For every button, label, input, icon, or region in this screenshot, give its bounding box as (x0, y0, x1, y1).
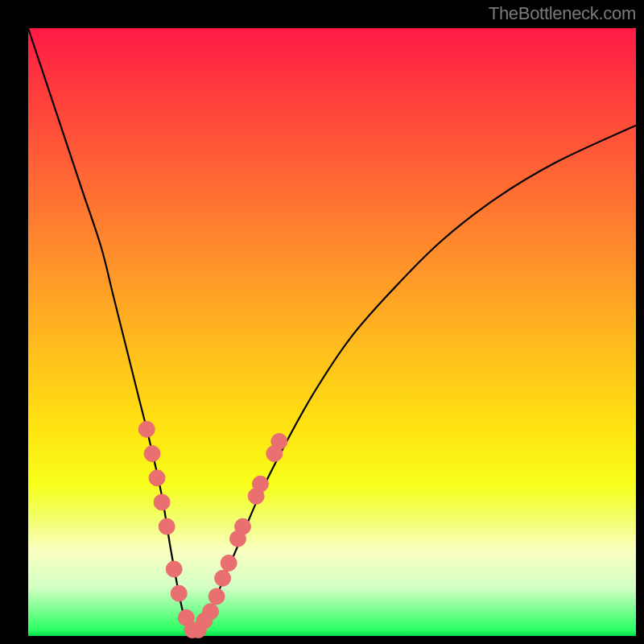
chart-marker (215, 570, 231, 586)
chart-svg (28, 28, 636, 636)
chart-plot-area (28, 28, 636, 636)
chart-frame: TheBottleneck.com (0, 0, 644, 644)
chart-marker (208, 588, 225, 605)
chart-markers (138, 421, 287, 638)
chart-marker (154, 494, 170, 510)
chart-marker (138, 421, 155, 437)
chart-marker (271, 433, 287, 449)
chart-marker (166, 561, 182, 577)
attribution-text: TheBottleneck.com (489, 3, 636, 24)
chart-marker (252, 476, 268, 492)
chart-marker (171, 585, 187, 601)
chart-marker (159, 518, 175, 535)
chart-marker (203, 604, 219, 620)
chart-marker (144, 446, 160, 462)
bottleneck-curve (28, 28, 636, 636)
chart-marker (149, 470, 165, 486)
chart-marker (221, 555, 237, 571)
chart-marker (235, 518, 251, 535)
